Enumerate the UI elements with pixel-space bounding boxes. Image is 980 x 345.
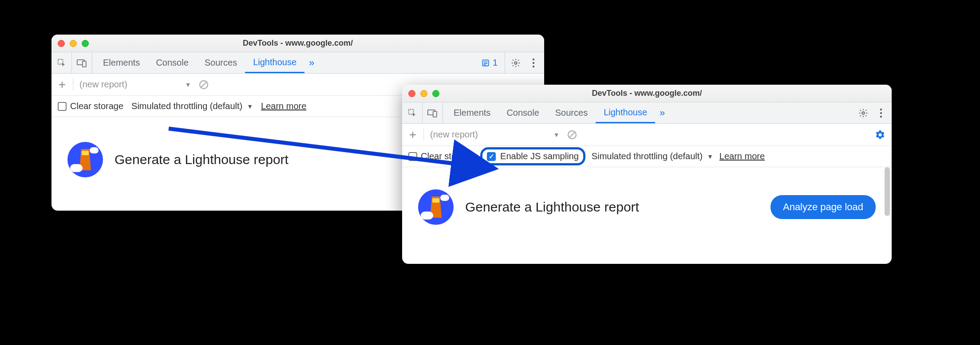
learn-more-link[interactable]: Learn more (261, 101, 306, 111)
issues-button[interactable]: 1 (477, 58, 502, 68)
window-title: DevTools - www.google.com/ (402, 89, 892, 98)
lighthouse-logo-icon (67, 142, 103, 177)
throttling-selector[interactable]: Simulated throttling (default) ▼ (592, 151, 713, 161)
tab-sources[interactable]: Sources (197, 52, 245, 73)
svg-rect-2 (82, 61, 86, 67)
tab-lighthouse[interactable]: Lighthouse (245, 52, 304, 73)
clear-storage-checkbox[interactable] (408, 152, 417, 161)
clear-storage-label: Clear storage (421, 151, 474, 161)
clear-storage-checkbox[interactable] (58, 102, 67, 111)
window-title: DevTools - www.google.com/ (51, 39, 544, 48)
tab-sources[interactable]: Sources (547, 102, 596, 123)
lighthouse-landing: Generate a Lighthouse report Analyze pag… (402, 167, 892, 243)
learn-more-link[interactable]: Learn more (719, 151, 765, 161)
tab-console[interactable]: Console (148, 52, 196, 73)
device-toggle-icon[interactable] (72, 52, 92, 73)
svg-line-18 (569, 132, 575, 137)
svg-point-14 (880, 108, 882, 110)
settings-gear-icon[interactable] (508, 55, 524, 71)
settings-gear-icon[interactable] (855, 105, 871, 121)
svg-line-9 (201, 82, 206, 87)
titlebar: DevTools - www.google.com/ (51, 35, 544, 52)
report-selector-label: (new report) (79, 79, 127, 90)
svg-rect-12 (433, 111, 436, 117)
traffic-lights (402, 90, 439, 97)
tab-elements[interactable]: Elements (446, 102, 498, 123)
lighthouse-logo-icon (418, 189, 454, 225)
more-kebab-icon[interactable] (526, 55, 541, 71)
caret-down-icon: ▼ (185, 81, 191, 88)
tabbar-right-group: 1 (477, 52, 544, 73)
close-window-icon[interactable] (408, 90, 415, 97)
tab-lighthouse[interactable]: Lighthouse (596, 102, 655, 123)
caret-down-icon: ▼ (553, 131, 560, 138)
panel-tabs: Elements Console Sources Lighthouse » (92, 52, 321, 73)
clear-storage-label: Clear storage (70, 101, 123, 111)
issues-count: 1 (493, 58, 498, 68)
inspect-icon[interactable] (402, 102, 423, 123)
enable-js-sampling-label: Enable JS sampling (500, 151, 579, 161)
tabbar-right-group (855, 102, 892, 123)
minimize-window-icon[interactable] (420, 90, 427, 97)
tab-elements[interactable]: Elements (95, 52, 148, 73)
lighthouse-options-bar: Clear storage ✓ Enable JS sampling Simul… (402, 146, 892, 167)
traffic-lights (51, 40, 89, 47)
svg-point-15 (880, 112, 882, 114)
inspect-icon[interactable] (51, 52, 72, 73)
analyze-page-load-button[interactable]: Analyze page load (771, 195, 876, 219)
close-window-icon[interactable] (58, 40, 65, 47)
cancel-icon[interactable] (198, 78, 210, 91)
minimize-window-icon[interactable] (70, 40, 77, 47)
throttling-label: Simulated throttling (default) (131, 101, 242, 111)
svg-point-6 (533, 62, 534, 63)
enable-js-sampling-highlight: ✓ Enable JS sampling (480, 147, 585, 165)
caret-down-icon: ▼ (707, 153, 713, 160)
lighthouse-settings-gear-icon[interactable] (872, 127, 888, 143)
devtools-tabbar: Elements Console Sources Lighthouse » 1 (51, 52, 544, 74)
tabs-overflow-icon[interactable]: » (304, 52, 319, 73)
svg-point-13 (862, 112, 865, 114)
more-kebab-icon[interactable] (873, 105, 889, 121)
tabs-overflow-icon[interactable]: » (655, 102, 669, 123)
lighthouse-subtoolbar: + (new report) ▼ (402, 124, 892, 146)
svg-point-4 (514, 62, 517, 64)
zoom-window-icon[interactable] (432, 90, 439, 97)
new-report-plus-icon[interactable]: + (55, 78, 69, 92)
clear-storage-option[interactable]: Clear storage (408, 151, 474, 161)
throttling-label: Simulated throttling (default) (592, 151, 703, 161)
scrollbar-thumb[interactable] (885, 167, 890, 216)
new-report-plus-icon[interactable]: + (406, 128, 420, 142)
clear-storage-option[interactable]: Clear storage (58, 101, 123, 111)
titlebar: DevTools - www.google.com/ (402, 85, 892, 102)
lighthouse-heading: Generate a Lighthouse report (115, 152, 288, 167)
report-selector[interactable]: (new report) ▼ (427, 129, 562, 140)
zoom-window-icon[interactable] (82, 40, 89, 47)
devtools-window-right: DevTools - www.google.com/ Elements Cons… (402, 85, 892, 264)
svg-point-7 (533, 65, 534, 67)
svg-point-16 (880, 115, 882, 117)
cancel-icon[interactable] (566, 129, 578, 141)
devtools-tabbar: Elements Console Sources Lighthouse » (402, 102, 892, 124)
enable-js-sampling-checkbox[interactable]: ✓ (487, 152, 496, 161)
lighthouse-heading: Generate a Lighthouse report (465, 200, 639, 215)
caret-down-icon: ▼ (247, 103, 253, 110)
report-selector[interactable]: (new report) ▼ (77, 79, 194, 90)
throttling-selector[interactable]: Simulated throttling (default) ▼ (131, 101, 253, 111)
report-selector-label: (new report) (430, 129, 478, 140)
device-toggle-icon[interactable] (423, 102, 443, 123)
svg-point-5 (533, 58, 534, 60)
tab-console[interactable]: Console (498, 102, 547, 123)
panel-tabs: Elements Console Sources Lighthouse » (443, 102, 672, 123)
